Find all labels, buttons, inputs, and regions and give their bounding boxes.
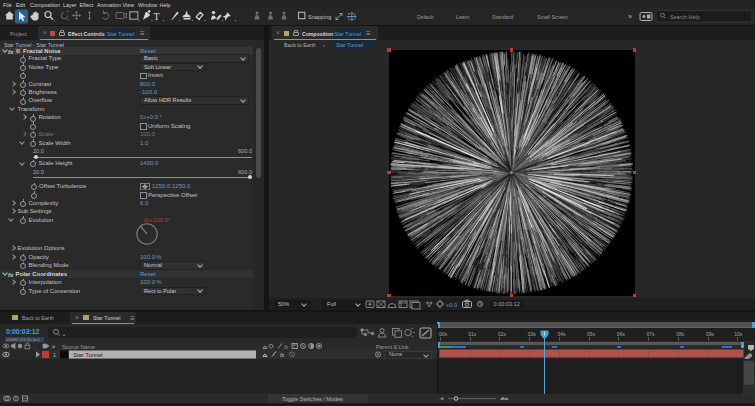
svg-text:Star Tunnel: Star Tunnel [73, 352, 103, 358]
svg-text:Default: Default [417, 14, 434, 20]
svg-text:Search Help: Search Help [670, 14, 700, 20]
svg-text:1: 1 [53, 352, 56, 358]
svg-text:Parent & Link: Parent & Link [376, 344, 409, 350]
svg-text:Small Screen: Small Screen [537, 14, 568, 20]
svg-text:»: » [628, 13, 632, 20]
svg-text:#: # [52, 344, 55, 350]
svg-text:fx: fx [284, 344, 289, 350]
svg-text:+0.0: +0.0 [446, 302, 457, 308]
svg-text:Snapping: Snapping [308, 14, 331, 20]
svg-text:Standard: Standard [492, 14, 513, 20]
svg-text:fx: fx [280, 352, 285, 358]
svg-text:Learn: Learn [456, 14, 469, 20]
svg-text:Source Name: Source Name [62, 344, 95, 350]
